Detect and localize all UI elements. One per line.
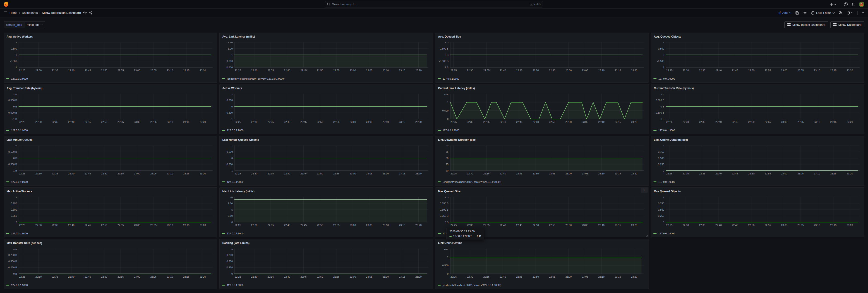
panel-title[interactable]: Max Queued Size: [438, 189, 646, 194]
chart[interactable]: 1 B0.500 B0 B-0.500 B-1 B22:2522:3022:35…: [438, 42, 646, 73]
svg-text:0.250: 0.250: [658, 215, 664, 217]
svg-text:22:40: 22:40: [500, 69, 506, 72]
svg-text:22:40: 22:40: [500, 172, 506, 175]
legend-item[interactable]: 127.0.0.1:9000: [658, 77, 675, 80]
svg-text:0.500: 0.500: [658, 157, 664, 160]
panel-title[interactable]: Last Minute Queued: [6, 137, 215, 142]
chart[interactable]: 1.401.2010.8000.60022:2522:3022:3522:402…: [222, 42, 431, 73]
favorite-star-button[interactable]: [83, 11, 87, 14]
legend-item[interactable]: 127.0.0.1:9000: [658, 129, 675, 132]
variable-value-dropdown[interactable]: minio-job: [25, 22, 45, 28]
chart[interactable]: 403530252022:2522:3022:3522:4022:4522:50…: [438, 145, 646, 176]
new-menu-button[interactable]: [830, 3, 836, 6]
mega-menu-button[interactable]: [4, 11, 7, 14]
svg-text:2.50: 2.50: [228, 215, 233, 217]
news-button[interactable]: [851, 2, 855, 6]
panel-title[interactable]: Current Transfer Rate (bytes/s): [653, 86, 862, 91]
variable-label[interactable]: scrape_jobs: [4, 22, 25, 28]
share-button[interactable]: [89, 11, 92, 14]
chart-canvas: 1 B0.500 B0 B-0.500 B-1 B22:2522:3022:35…: [438, 42, 646, 73]
chart[interactable]: 1 B0.500 B0 B-0.500 B-1 B22:2522:3022:35…: [653, 94, 862, 124]
legend-item[interactable]: 127.0.0.1:9000: [227, 232, 243, 235]
panel-title[interactable]: Avg. Queued Objects: [653, 34, 862, 39]
chart[interactable]: 10.5000-0.500-122:2522:3022:3522:4022:45…: [653, 42, 862, 73]
chart[interactable]: 1 B0.750 B0.500 B0.250 B0 B22:2522:3022:…: [6, 249, 215, 279]
panel-title[interactable]: Backlog (last 5 mins): [222, 240, 431, 246]
legend-swatch: [6, 182, 9, 182]
refresh-button[interactable]: [846, 11, 853, 15]
panel-title[interactable]: Link Online/Offline: [438, 240, 646, 246]
legend-item[interactable]: {endpoint="localhost:9010", server="127.…: [443, 181, 501, 183]
link-minio-dashboard[interactable]: MinIO Dashboard: [830, 22, 864, 28]
panel-title[interactable]: Avg. Transfer Rate (bytes/s): [6, 86, 215, 91]
legend-item[interactable]: 127.0.0.1:9000: [443, 77, 459, 80]
chart[interactable]: 1 B0.500 B0 B-0.500 B-1 B22:2522:3022:35…: [6, 145, 215, 176]
panel-title[interactable]: Avg. Link Latency (millis): [222, 34, 431, 39]
chart[interactable]: 10.7500.5000.250022:2522:3022:3522:4022:…: [6, 197, 215, 227]
chart[interactable]: 1 B0.500 B0 B-0.500 B-1 B22:2522:3022:35…: [6, 94, 215, 124]
link-minio-bucket-dashboard[interactable]: MinIO Bucket Dashboard: [784, 22, 828, 28]
user-avatar[interactable]: [859, 2, 864, 7]
breadcrumb-dashboards[interactable]: Dashboards: [22, 11, 38, 14]
svg-text:23:00: 23:00: [781, 121, 787, 123]
svg-text:1.50: 1.50: [444, 249, 448, 250]
panel-title[interactable]: Max Active Workers: [6, 189, 215, 194]
legend-item[interactable]: 127.0.0.1:9000: [658, 181, 675, 183]
panel-title[interactable]: Last Minute Queued Objects: [222, 137, 431, 142]
panel-menu-icon[interactable]: ⋮: [641, 188, 648, 193]
add-panel-button[interactable]: Add: [777, 11, 791, 14]
legend-item[interactable]: 127.0.0.1:9000: [11, 181, 28, 183]
svg-text:22:45: 22:45: [732, 224, 738, 226]
legend-item[interactable]: 127.0.0.1:9000: [227, 129, 243, 132]
legend-item[interactable]: 127.0.0.1:9000: [658, 232, 675, 235]
svg-text:22:50: 22:50: [317, 224, 323, 226]
legend-item[interactable]: 127.0.0.1:9000: [11, 77, 28, 80]
time-range-picker[interactable]: Last 1 hour: [811, 11, 835, 15]
panel-title[interactable]: Max Transfer Rate (per sec): [6, 240, 215, 246]
svg-text:22:35: 22:35: [483, 224, 490, 226]
chart[interactable]: 10.5000-0.500-122:2522:3022:3522:4022:45…: [222, 145, 431, 176]
chart[interactable]: 107.5052.50022:2522:3022:3522:4022:4522:…: [222, 197, 431, 227]
svg-text:40: 40: [446, 145, 448, 147]
breadcrumb-home[interactable]: Home: [9, 11, 18, 14]
panel-title[interactable]: Avg. Queued Size: [438, 34, 646, 39]
chart[interactable]: 1 B0.750 B0.500 B0.250 B0 B22:2522:3022:…: [438, 197, 646, 227]
panel-title[interactable]: Avg. Active Workers: [6, 34, 215, 39]
legend-item[interactable]: {endpoint="localhost:9010", server="127.…: [443, 284, 501, 287]
svg-text:23:10: 23:10: [382, 172, 389, 175]
chart[interactable]: 1.5010.500022:2522:3022:3522:4022:4522:5…: [438, 94, 646, 124]
svg-text:22:45: 22:45: [516, 275, 523, 278]
panel-title[interactable]: Link Downtime Duration (sec): [438, 137, 646, 142]
chart[interactable]: 1.5010.500022:2522:3022:3522:4022:4522:5…: [438, 249, 646, 279]
legend-item[interactable]: 127.0.0.1:9000: [11, 232, 28, 235]
legend-item[interactable]: 127.0.0.1:9000: [11, 129, 28, 132]
chart[interactable]: 10.5000-0.500-122:2522:3022:3522:4022:45…: [222, 94, 431, 124]
legend-item[interactable]: 127.0.0.1:9000: [227, 181, 243, 183]
panel-resize-handle[interactable]: [646, 235, 648, 237]
dashboard-settings-button[interactable]: [803, 11, 807, 15]
panel-title[interactable]: Active Workers: [222, 86, 431, 91]
svg-text:22:50: 22:50: [748, 121, 754, 123]
legend-item[interactable]: {endpoint="localhost:9010", server="127.…: [227, 77, 285, 80]
panel-title[interactable]: Max Link Latency (millis): [222, 189, 431, 194]
svg-text:23:15: 23:15: [399, 121, 405, 123]
chart[interactable]: 10.7500.5000.250022:2522:3022:3522:4022:…: [653, 197, 862, 227]
grafana-logo[interactable]: [4, 2, 9, 7]
legend-item[interactable]: 127.0.0.1:9000: [227, 284, 243, 287]
chart[interactable]: 10.7500.5000.250022:2522:3022:3522:4022:…: [653, 145, 862, 176]
panel-title[interactable]: Max Queued Objects: [653, 189, 862, 194]
help-button[interactable]: [844, 2, 848, 6]
panel-title[interactable]: Link Offline Duration (sec): [653, 137, 862, 142]
collapse-toolbar-button[interactable]: [862, 12, 864, 13]
save-dashboard-button[interactable]: [795, 11, 799, 15]
legend-item[interactable]: 127.0.0.1:9000: [11, 284, 28, 287]
legend-item[interactable]: 127.0.0.1:9000: [443, 129, 459, 132]
svg-text:23:20: 23:20: [415, 224, 422, 226]
svg-text:23:05: 23:05: [797, 224, 804, 226]
chart[interactable]: 10.7500.5000.250022:2522:3022:3522:4022:…: [222, 249, 431, 279]
zoom-out-time-button[interactable]: [839, 11, 842, 15]
panel-title[interactable]: Current Link Latency (millis): [438, 86, 646, 91]
chart[interactable]: 10.5000-0.500-122:2522:3022:3522:4022:45…: [6, 42, 215, 73]
svg-text:22:30: 22:30: [467, 224, 473, 226]
search-input[interactable]: Search or jump to... ctrl+k: [324, 1, 544, 7]
